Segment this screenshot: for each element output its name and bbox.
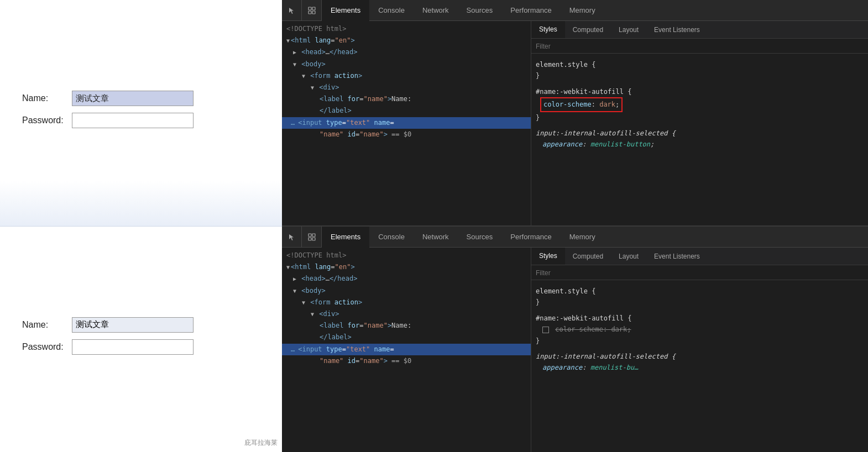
devtools-top-body: <!DOCTYPE html> ▼<html lang="en"> ▶ <hea…: [282, 21, 868, 225]
styles-panel-top: Styles Computed Layout Event Listeners e…: [531, 21, 868, 225]
css-selector-internal-autofill-bottom: input:-internal-autofill-selected {: [536, 351, 864, 362]
styles-panel-bottom: Styles Computed Layout Event Listeners e…: [531, 248, 868, 452]
dom-body-bottom[interactable]: ▼ <body>: [282, 285, 531, 297]
password-row-top: Password:: [22, 113, 260, 128]
styles-tab-layout-top[interactable]: Layout: [611, 21, 646, 38]
tab-network-top[interactable]: Network: [414, 0, 458, 20]
dom-div-bottom[interactable]: ▼ <div>: [282, 308, 531, 320]
tab-elements-bottom[interactable]: Elements: [322, 227, 369, 248]
tab-memory-bottom[interactable]: Memory: [561, 227, 604, 247]
dom-html-top[interactable]: ▼<html lang="en">: [282, 35, 531, 46]
password-label-top: Password:: [22, 115, 72, 125]
dom-input-line2-bottom: "name" id="name"> == $0: [282, 355, 531, 367]
filter-input-top[interactable]: [536, 43, 864, 50]
svg-rect-5: [312, 234, 315, 236]
left-panel: Name: Password: Name: Password: 庇耳拉海莱: [0, 0, 282, 452]
dom-label-close-bottom[interactable]: </label>: [282, 332, 531, 343]
css-rule-close-element-style-top: }: [536, 70, 864, 81]
styles-content-top: element.style { } #name:-webkit-autofill…: [531, 54, 868, 225]
svg-rect-1: [312, 7, 315, 10]
watermark: 庇耳拉海莱: [244, 438, 278, 448]
dom-label-close-top[interactable]: </label>: [282, 105, 531, 117]
dom-doctype-top: <!DOCTYPE html>: [282, 23, 531, 35]
dom-html-bottom[interactable]: ▼<html lang="en">: [282, 261, 531, 273]
styles-tab-computed-top[interactable]: Computed: [565, 21, 611, 38]
styles-content-bottom: element.style { } #name:-webkit-autofill…: [531, 280, 868, 452]
css-highlighted-line-top: color-scheme: dark;: [540, 97, 623, 112]
css-rule-body-webkit-autofill-bottom: color-scheme: dark;: [536, 324, 864, 335]
tab-performance-bottom[interactable]: Performance: [501, 227, 560, 247]
devtools-top-tabbar: Elements Console Network Sources Perform…: [282, 0, 868, 21]
filter-input-bottom[interactable]: [536, 269, 864, 277]
svg-rect-7: [312, 238, 315, 240]
tab-sources-top[interactable]: Sources: [458, 0, 502, 20]
dom-head-bottom[interactable]: ▶ <head>…</head>: [282, 273, 531, 285]
styles-tab-styles-bottom[interactable]: Styles: [531, 248, 565, 265]
cursor-icon[interactable]: [282, 0, 302, 20]
dom-head-top[interactable]: ▶ <head>…</head>: [282, 46, 531, 58]
styles-tabbar-bottom: Styles Computed Layout Event Listeners: [531, 248, 868, 265]
tab-sources-bottom[interactable]: Sources: [458, 227, 502, 247]
css-rule-body-internal-autofill-bottom: appearance: menulist-bu…: [536, 362, 864, 373]
top-page-section: Name: Password:: [0, 0, 282, 227]
tab-console-bottom[interactable]: Console: [369, 227, 414, 247]
rule-internal-autofill-top: input:-internal-autofill-selected { appe…: [536, 128, 864, 150]
name-label-top: Name:: [22, 93, 72, 103]
svg-rect-2: [308, 11, 311, 14]
password-input-bottom[interactable]: [72, 339, 194, 355]
styles-tab-computed-bottom[interactable]: Computed: [565, 248, 611, 265]
inspect-icon-bottom[interactable]: [302, 227, 322, 247]
css-checkbox-bottom[interactable]: [542, 327, 549, 333]
password-label-bottom: Password:: [22, 342, 72, 352]
dom-body-top[interactable]: ▼ <body>: [282, 59, 531, 70]
password-row-bottom: Password:: [22, 339, 260, 355]
tab-elements-top[interactable]: Elements: [322, 0, 369, 21]
svg-rect-6: [308, 238, 311, 240]
css-rule-close-webkit-autofill-bottom: }: [536, 335, 864, 346]
devtools-top: Elements Console Network Sources Perform…: [282, 0, 868, 227]
name-row-bottom: Name:: [22, 317, 260, 333]
css-selector-element-style-bottom: element.style {: [536, 286, 864, 297]
dom-label-open-bottom[interactable]: <label for="name">Name:: [282, 320, 531, 332]
bottom-page-section: Name: Password:: [0, 227, 282, 453]
styles-tab-layout-bottom[interactable]: Layout: [611, 248, 646, 265]
inspect-icon[interactable]: [302, 0, 322, 20]
dom-label-open-top[interactable]: <label for="name">Name:: [282, 93, 531, 105]
dom-input-bottom[interactable]: … <input type="text" name=: [282, 344, 531, 355]
devtools-bottom-tabbar: Elements Console Network Sources Perform…: [282, 227, 868, 248]
svg-rect-4: [308, 234, 311, 236]
styles-tab-eventlisteners-top[interactable]: Event Listeners: [646, 21, 708, 38]
dom-div-top[interactable]: ▼ <div>: [282, 82, 531, 93]
css-rule-body-internal-autofill-top: appearance: menulist-button;: [536, 139, 864, 150]
elements-panel-bottom: <!DOCTYPE html> ▼<html lang="en"> ▶ <hea…: [282, 248, 531, 452]
svg-rect-3: [312, 11, 315, 14]
styles-tab-eventlisteners-bottom[interactable]: Event Listeners: [646, 248, 708, 265]
styles-tab-styles-top[interactable]: Styles: [531, 21, 565, 38]
name-label-bottom: Name:: [22, 320, 72, 330]
tab-performance-top[interactable]: Performance: [501, 0, 560, 20]
dom-input-top[interactable]: … <input type="text" name=: [282, 117, 531, 129]
tab-network-bottom[interactable]: Network: [414, 227, 458, 247]
tab-console-top[interactable]: Console: [369, 0, 414, 20]
rule-element-style-bottom: element.style { }: [536, 286, 864, 308]
css-selector-internal-autofill-top: input:-internal-autofill-selected {: [536, 128, 864, 139]
cursor-icon-bottom[interactable]: [282, 227, 302, 247]
dom-form-bottom[interactable]: ▼ <form action>: [282, 297, 531, 308]
right-panel: Elements Console Network Sources Perform…: [282, 0, 868, 452]
devtools-bottom-body: <!DOCTYPE html> ▼<html lang="en"> ▶ <hea…: [282, 248, 868, 452]
name-row-top: Name:: [22, 91, 260, 106]
css-rule-close-element-style-bottom: }: [536, 297, 864, 308]
name-input-bottom[interactable]: [72, 317, 194, 333]
styles-filter-bottom: [531, 265, 868, 280]
name-input-top[interactable]: [72, 91, 194, 106]
rule-webkit-autofill-bottom: #name:-webkit-autofill { color-scheme: d…: [536, 313, 864, 346]
tab-memory-top[interactable]: Memory: [561, 0, 604, 20]
css-rule-body-webkit-autofill-top: color-scheme: dark;: [536, 97, 864, 112]
dom-form-top[interactable]: ▼ <form action>: [282, 70, 531, 82]
dom-input-line2-top: "name" id="name"> == $0: [282, 129, 531, 140]
css-selector-webkit-autofill-top: #name:-webkit-autofill {: [536, 86, 864, 97]
rule-internal-autofill-bottom: input:-internal-autofill-selected { appe…: [536, 351, 864, 374]
css-selector-webkit-autofill-bottom: #name:-webkit-autofill {: [536, 313, 864, 324]
password-input-top[interactable]: [72, 113, 194, 128]
css-selector-element-style-top: element.style {: [536, 59, 864, 70]
